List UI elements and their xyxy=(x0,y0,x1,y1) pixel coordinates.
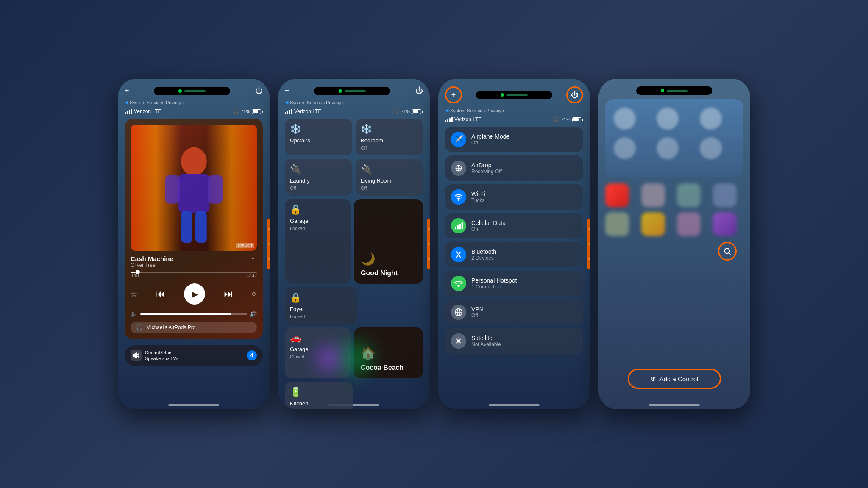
bedroom-name: Bedroom xyxy=(361,137,418,144)
svg-point-20 xyxy=(458,340,460,342)
speakers-bar[interactable]: Control Other Speakers & TVs 4 xyxy=(125,345,263,366)
track-more[interactable]: ··· xyxy=(251,255,257,263)
cellular-tile[interactable]: Cellular Data On xyxy=(445,213,583,238)
add-icon-s2[interactable]: + xyxy=(285,86,289,95)
progress-bar[interactable]: 0:10 -2:47 xyxy=(131,272,257,278)
previous-button[interactable]: ⏮ xyxy=(156,288,165,299)
right-section xyxy=(605,242,743,261)
power-button-orange[interactable]: ⏻ xyxy=(566,86,583,103)
controls-row-6: 🔋 Kitchen Off xyxy=(285,382,423,409)
airplane-status: Off xyxy=(471,140,577,146)
livingroom-tile[interactable]: 🔌 Living Room Off xyxy=(356,159,423,196)
signal-bars xyxy=(125,109,132,114)
album-art: EXPLICIT xyxy=(131,125,257,251)
privacy-bar-s3[interactable]: ◀ System Services Privacy › xyxy=(445,108,583,113)
satellite-status: Not Available xyxy=(471,341,577,347)
cellular-name: Cellular Data xyxy=(471,219,577,226)
repeat-button[interactable]: ⟳ xyxy=(252,291,257,297)
play-pause-button[interactable]: ▶ xyxy=(184,283,205,305)
upstairs-tile[interactable]: ❄️ Upstairs xyxy=(285,119,352,155)
blob-purple xyxy=(316,346,342,371)
airdrop-tile[interactable]: AirDrop Receiving Off xyxy=(445,155,583,181)
garage-lock-tile[interactable]: 🔒 Garage Locked xyxy=(285,199,351,284)
foyer-name: Foyer xyxy=(290,306,352,312)
playback-controls: ☆ ⏮ ▶ ⏭ ⟳ xyxy=(131,281,257,307)
battery-percent: 71% xyxy=(241,109,250,114)
hotspot-tile[interactable]: Personal Hotspot 1 Connection xyxy=(445,271,583,296)
vpn-icon xyxy=(451,305,466,320)
blurred-top-section xyxy=(605,99,743,177)
artist-figure xyxy=(156,144,232,251)
speakers-badge: 4 xyxy=(247,350,257,360)
airdrop-icon xyxy=(451,161,466,176)
svg-line-22 xyxy=(729,252,730,254)
cellular-status: On xyxy=(471,226,577,232)
hotspot-icon xyxy=(451,276,466,291)
status-bar-s2: Verizon LTE 🎧 71% xyxy=(285,108,423,114)
time-remaining: -2:47 xyxy=(247,274,257,278)
add-icon[interactable]: + xyxy=(125,86,129,95)
screen1-music: + ⏻ ◀ System Services Privacy › xyxy=(118,79,270,409)
controls-row-4: 🔒 Foyer Locked xyxy=(285,287,423,324)
bluetooth-status: 2 Devices xyxy=(471,255,577,261)
privacy-bar-s2[interactable]: ◀ System Services Privacy › xyxy=(285,100,423,105)
add-control-button[interactable]: ⊕ Add a Control xyxy=(628,369,721,389)
battery-icon xyxy=(252,109,263,114)
airdrop-status: Receiving Off xyxy=(471,169,577,175)
foyer-tile[interactable]: 🔒 Foyer Locked xyxy=(285,287,357,324)
favorite-button[interactable]: ☆ xyxy=(131,289,137,299)
dynamic-island-s2 xyxy=(314,87,390,95)
vpn-tile[interactable]: VPN Off xyxy=(445,299,583,325)
location-icon-s3: ◀ xyxy=(445,108,448,113)
satellite-tile[interactable]: Satellite Not Available xyxy=(445,328,583,354)
foyer-status: Locked xyxy=(290,314,352,319)
svg-rect-2 xyxy=(165,175,179,204)
laundry-tile[interactable]: 🔌 Laundry Off xyxy=(285,159,352,196)
privacy-bar[interactable]: ◀ System Services Privacy › xyxy=(125,100,263,105)
status-bar: Verizon LTE 🎧 71% xyxy=(125,108,263,114)
orange-circle-right[interactable] xyxy=(718,242,737,261)
hotspot-status: 1 Connection xyxy=(471,284,577,290)
privacy-text-s2: System Services Privacy › xyxy=(290,100,344,105)
livingroom-name: Living Room xyxy=(361,177,418,184)
power-icon[interactable]: ⏻ xyxy=(255,86,263,95)
airpods-text: Michael's AirPods Pro xyxy=(146,324,195,330)
kitchen-tile[interactable]: 🔋 Kitchen Off xyxy=(285,382,353,409)
island-line xyxy=(184,90,206,92)
vpn-name: VPN xyxy=(471,306,577,313)
svg-rect-13 xyxy=(457,225,459,229)
next-button[interactable]: ⏭ xyxy=(224,288,233,299)
volume-track[interactable] xyxy=(140,313,247,315)
controls-row-3: 🔒 Garage Locked 🌙 Good Night xyxy=(285,199,423,284)
airpods-bar[interactable]: 🎧 Michael's AirPods Pro xyxy=(131,322,257,333)
bluetooth-tile[interactable]: Bluetooth 2 Devices xyxy=(445,242,583,267)
laundry-name: Laundry xyxy=(290,177,347,184)
satellite-icon xyxy=(451,333,466,349)
airplane-icon: ✈️ xyxy=(451,132,466,147)
volume-high-icon: 🔊 xyxy=(250,311,257,317)
carrier-s2: Verizon LTE xyxy=(294,108,321,114)
wifi-status: Tucks xyxy=(471,197,577,203)
blurred-grid-top xyxy=(605,99,743,168)
bluetooth-icon xyxy=(451,247,466,262)
track-info: Cash Machine Oliver Tree ··· xyxy=(131,255,257,268)
bedroom-tile[interactable]: ❄️ Bedroom Off xyxy=(356,119,423,155)
screen3-topbar: + ⏻ xyxy=(445,86,583,103)
good-night-tile[interactable]: 🌙 Good Night xyxy=(354,199,423,284)
location-icon: ◀ xyxy=(125,100,128,105)
blurred-apps xyxy=(605,183,743,236)
add-button-orange[interactable]: + xyxy=(445,86,462,103)
svg-rect-6 xyxy=(133,354,134,357)
power-icon-s2[interactable]: ⏻ xyxy=(415,86,423,95)
status-right: 🎧 71% xyxy=(233,109,263,114)
screen1-topbar: + ⏻ xyxy=(125,86,263,95)
airplane-mode-tile[interactable]: ✈️ Airplane Mode Off xyxy=(445,127,583,152)
garage-lock-name: Garage xyxy=(290,218,345,224)
laundry-status: Off xyxy=(290,186,347,191)
svg-point-11 xyxy=(458,199,459,200)
privacy-text: System Services Privacy › xyxy=(130,100,184,105)
wifi-tile[interactable]: Wi-Fi Tucks xyxy=(445,184,583,210)
plus-icon-btn: ⊕ xyxy=(651,375,656,383)
explicit-badge: EXPLICIT xyxy=(236,243,254,248)
airpods-icon: 🎧 xyxy=(136,324,143,331)
